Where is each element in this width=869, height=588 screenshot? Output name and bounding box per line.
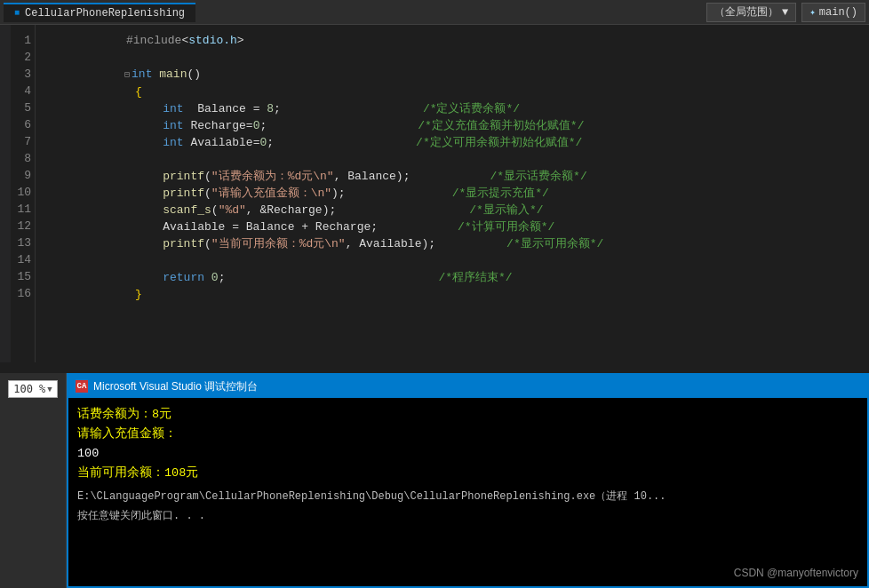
collapse-icon-3[interactable]: ⊟	[124, 67, 130, 83]
code-line-7: int Available= 0 ; /*定义可用余额并初始化赋值*/	[46, 134, 858, 151]
zoom-label: 100 %	[13, 383, 45, 395]
code-line-14	[46, 252, 858, 269]
code-line-1: #include<stdio.h>	[46, 32, 858, 49]
console-line-1: 话费余额为：8元	[77, 405, 858, 425]
line-num-3: 3	[7, 66, 31, 83]
console-window: CA Microsoft Visual Studio 调试控制台 话费余额为：8…	[67, 373, 869, 588]
scope-label: （全局范围）	[714, 4, 778, 20]
code-line-3: ⊟ int main ()	[46, 66, 858, 83]
console-line-2: 请输入充值金额：	[77, 425, 858, 444]
console-icon-text: CA	[77, 382, 87, 391]
line-num-6: 6	[7, 116, 31, 133]
line-num-1: 1	[7, 32, 31, 49]
file-tab[interactable]: ■ CellularPhoneReplenishing	[4, 3, 195, 22]
function-label: main()	[819, 6, 857, 19]
line-num-8: 8	[7, 150, 31, 167]
console-app-icon: CA	[76, 380, 88, 393]
code-line-10: printf ( "请输入充值金额：\n" ); /*显示提示充值*/	[46, 185, 858, 202]
console-titlebar: CA Microsoft Visual Studio 调试控制台	[68, 375, 867, 398]
scope-dropdown: （全局范围） ▼ ✦ main()	[706, 3, 865, 22]
console-body: 话费余额为：8元 请输入充值金额： 100 当前可用余额：108元 E:\CLa…	[68, 398, 867, 586]
line-num-15: 15	[7, 268, 31, 285]
line-num-10: 10	[7, 184, 31, 201]
line-num-13: 13	[7, 234, 31, 251]
line-num-12: 12	[7, 218, 31, 234]
code-line-13: printf ( "当前可用余额：%d元\n" , Available); /*…	[46, 235, 858, 252]
code-line-9: printf ( "话费余额为：%d元\n" , Balance); /*显示话…	[46, 168, 858, 185]
code-line-5: int Balance = 8 ; /*定义话费余额*/	[46, 100, 858, 117]
code-line-6: int Recharge= 0 ; /*定义充值金额并初始化赋值*/	[46, 117, 858, 134]
scope-arrow: ▼	[782, 6, 788, 19]
console-path: E:\CLanguageProgram\CellularPhoneRepleni…	[77, 487, 858, 506]
console-close-hint: 按任意键关闭此窗口. . .	[77, 506, 858, 526]
function-icon: ✦	[809, 6, 816, 18]
zoom-arrow-icon: ▼	[47, 385, 52, 393]
line-num-2: 2	[7, 49, 31, 66]
line-num-9: 9	[7, 167, 31, 184]
code-line-15: return 0 ; /*程序结束*/	[46, 269, 858, 286]
line-num-4: 4	[7, 83, 31, 99]
code-line-16: }	[46, 286, 858, 303]
top-bar: ■ CellularPhoneReplenishing （全局范围） ▼ ✦ m…	[0, 0, 869, 25]
left-strip	[0, 25, 11, 362]
file-icon: ■	[14, 8, 20, 18]
watermark: CSDN @manyoftenvictory	[734, 567, 858, 579]
line-num-11: 11	[7, 201, 31, 218]
code-line-4: {	[46, 83, 858, 100]
editor-area: 1 2 3 4 5 6 7 8 9 10 11 12 13 14 15 16 #…	[0, 25, 869, 362]
code-line-8	[46, 151, 858, 168]
code-line-2	[46, 49, 858, 66]
function-box[interactable]: ✦ main()	[801, 3, 865, 22]
line-num-16: 16	[7, 285, 31, 302]
scope-box[interactable]: （全局范围） ▼	[706, 3, 796, 22]
code-line-12: Available = Balance + Recharge; /*计算可用余额…	[46, 219, 858, 235]
bottom-left-area: 100 % ▼	[0, 373, 67, 588]
line-num-5: 5	[7, 99, 31, 116]
filename: CellularPhoneReplenishing	[25, 7, 185, 20]
line-num-7: 7	[7, 133, 31, 150]
zoom-control[interactable]: 100 % ▼	[8, 380, 58, 398]
code-line-11: scanf_s ( "%d" , &Recharge); /*显示输入*/	[46, 202, 858, 219]
code-editor[interactable]: #include<stdio.h> ⊟ int main () { int Ba…	[36, 25, 869, 362]
console-title: Microsoft Visual Studio 调试控制台	[93, 379, 258, 394]
console-line-4: 当前可用余额：108元	[77, 464, 858, 483]
line-num-14: 14	[7, 251, 31, 268]
console-line-3: 100	[77, 444, 858, 464]
